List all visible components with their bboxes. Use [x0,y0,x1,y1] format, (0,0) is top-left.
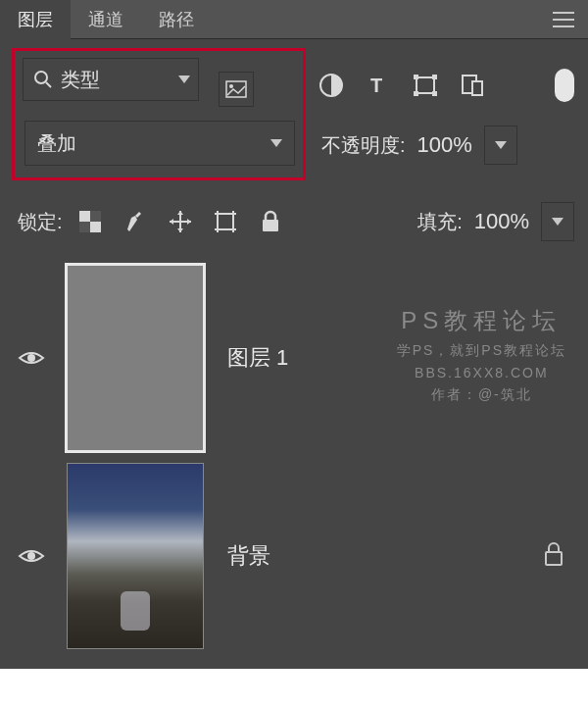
filter-shape-icon[interactable] [408,68,443,103]
filter-and-icons-row: 类型 叠加 [0,48,588,190]
tab-layers[interactable]: 图层 [0,0,71,39]
opacity-row: 不透明度: 100% [321,123,574,168]
layer-thumbnail[interactable] [67,463,204,649]
svg-rect-18 [90,211,101,222]
chevron-down-icon [270,139,282,147]
panel-menu-icon[interactable] [553,12,574,27]
lock-pixels-icon[interactable] [118,204,153,239]
visibility-toggle-icon[interactable] [14,546,49,566]
lock-transparency-icon[interactable] [73,204,108,239]
svg-rect-10 [414,75,418,79]
chevron-down-icon [178,76,190,83]
filter-smartobject-icon[interactable] [455,68,490,103]
photo-preview [68,464,203,648]
tab-channels[interactable]: 通道 [71,0,141,39]
lock-position-icon[interactable] [163,204,198,239]
layer-item-1[interactable]: 图层 1 [14,259,574,457]
opacity-label: 不透明度: [321,132,406,159]
lock-row: 锁定: 填充: 100% [0,190,588,253]
svg-rect-16 [79,211,90,222]
svg-point-3 [35,72,47,83]
search-icon [33,70,53,89]
fill-dropdown[interactable] [541,202,574,241]
fill-label: 填充: [417,209,463,235]
blend-mode-select[interactable]: 叠加 [24,121,295,166]
filter-toggle-icon[interactable] [555,69,574,102]
lock-artboard-icon[interactable] [208,204,243,239]
tab-paths[interactable]: 路径 [141,0,212,39]
layer-name[interactable]: 背景 [227,541,270,571]
opacity-value[interactable]: 100% [412,130,478,160]
filter-type-select[interactable]: 类型 [23,58,199,101]
blend-row-inner: 叠加 [23,121,295,166]
panel-tabs: 图层 通道 路径 [0,0,588,39]
lock-icon[interactable] [543,541,564,571]
svg-rect-19 [79,222,90,232]
chevron-down-icon [495,141,507,149]
svg-point-30 [27,354,35,362]
filter-text-icon[interactable]: T [361,68,396,103]
layers-list: PS教程论坛 学PS，就到PS教程论坛 BBS.16XX8.COM 作者：@-筑… [0,253,588,669]
lock-label: 锁定: [18,209,63,235]
panel-content: 类型 叠加 [0,39,588,669]
layers-panel: 图层 通道 路径 类型 [0,0,588,669]
layer-name[interactable]: 图层 1 [227,343,288,373]
svg-rect-17 [90,222,101,232]
filter-adjustment-icon[interactable] [314,68,349,103]
svg-rect-11 [432,75,437,79]
svg-rect-0 [553,12,574,14]
layer-item-background[interactable]: 背景 [14,457,574,655]
svg-point-6 [229,84,233,88]
lock-all-icon[interactable] [253,204,288,239]
svg-rect-15 [472,81,482,95]
svg-point-31 [27,552,35,560]
svg-rect-9 [416,77,434,93]
layer-thumbnail[interactable] [67,265,204,451]
filter-pixel-icon[interactable] [219,72,254,107]
highlight-annotation: 类型 叠加 [12,48,306,180]
filter-type-label: 类型 [61,67,100,93]
svg-rect-1 [553,19,574,21]
opacity-dropdown[interactable] [484,126,517,165]
svg-line-4 [46,82,51,87]
svg-rect-20 [218,214,233,229]
visibility-toggle-icon[interactable] [14,348,49,368]
svg-text:T: T [370,75,382,96]
svg-rect-13 [432,91,437,96]
svg-rect-12 [414,91,418,96]
filter-icons-row: T [314,68,574,103]
svg-rect-29 [263,220,278,231]
filter-row: 类型 [23,58,295,121]
svg-rect-2 [553,25,574,27]
fill-value[interactable]: 100% [468,207,535,236]
chevron-down-icon [552,218,564,226]
svg-rect-32 [546,552,562,565]
blend-mode-value: 叠加 [37,130,76,157]
